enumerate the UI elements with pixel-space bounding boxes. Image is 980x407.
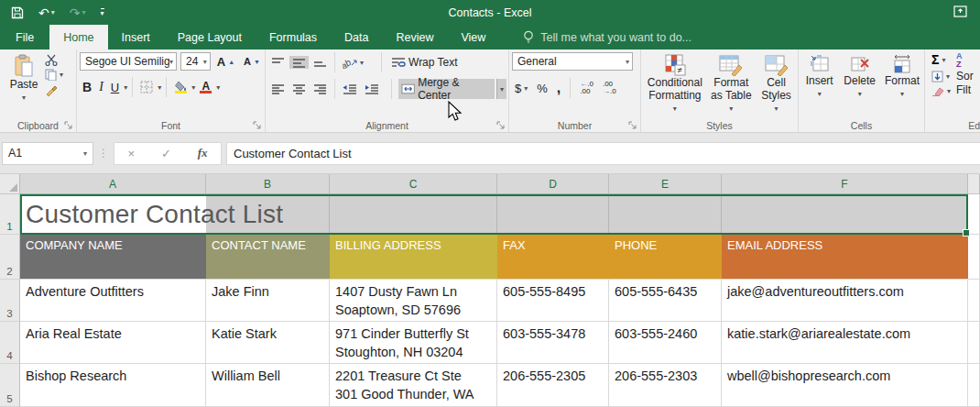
name-box[interactable]: A1 ▾: [2, 142, 93, 165]
cell-A3[interactable]: Adventure Outfitters: [20, 280, 206, 322]
decrease-decimal-button[interactable]: .00→.0: [600, 80, 619, 96]
cell-D3[interactable]: 605-555-8495: [497, 280, 609, 322]
column-header-c[interactable]: C: [330, 174, 497, 194]
cell-F2[interactable]: EMAIL ADDRESS: [722, 235, 968, 280]
bottom-align-button[interactable]: [310, 56, 330, 69]
column-header-e[interactable]: E: [609, 174, 722, 194]
undo-button[interactable]: ↶▾: [38, 6, 55, 19]
comma-style-button[interactable]: ,: [554, 79, 563, 97]
font-color-dropdown-arrow[interactable]: ▾: [216, 83, 220, 92]
cell-E1[interactable]: [609, 194, 722, 235]
font-size-combo[interactable]: 24▾: [180, 52, 211, 71]
cell-E3[interactable]: 605-555-6435: [609, 280, 722, 322]
cell-E2[interactable]: PHONE: [609, 235, 722, 280]
number-format-combo[interactable]: General▾: [512, 52, 633, 71]
clear-button[interactable]: ▾: [931, 86, 951, 96]
column-header-g-partial[interactable]: [968, 174, 980, 194]
borders-button[interactable]: [137, 80, 156, 94]
clear-dropdown-arrow[interactable]: ▾: [947, 87, 951, 95]
cell-styles-dropdown-arrow[interactable]: ▾: [774, 103, 778, 116]
middle-align-button[interactable]: [289, 56, 309, 69]
select-all-corner[interactable]: [0, 174, 20, 194]
cell-A2[interactable]: COMPANY NAME: [20, 235, 206, 280]
orientation-dropdown-arrow[interactable]: ▾: [360, 59, 364, 67]
cell-styles-button[interactable]: Cell Styles ▾: [757, 52, 796, 117]
fill-dropdown-arrow[interactable]: ▾: [946, 72, 950, 81]
cell-E5[interactable]: 206-555-2303: [609, 364, 722, 407]
cell-G2-partial[interactable]: [968, 235, 980, 280]
delete-cells-button[interactable]: Delete ▾: [841, 52, 878, 103]
italic-button[interactable]: I: [96, 79, 106, 95]
cell-C2[interactable]: BILLING ADDRESS: [330, 235, 497, 280]
column-header-b[interactable]: B: [206, 174, 330, 194]
clipboard-dialog-launcher-icon[interactable]: [64, 121, 73, 130]
underline-dropdown-arrow[interactable]: ▾: [124, 83, 127, 92]
row-header-1[interactable]: 1: [0, 194, 20, 235]
number-dialog-launcher-icon[interactable]: [628, 121, 637, 130]
format-painter-button[interactable]: [45, 83, 63, 96]
orientation-button[interactable]: ab ▾: [340, 56, 366, 70]
redo-button[interactable]: ↷▾: [70, 6, 86, 19]
cell-C3[interactable]: 1407 Dusty Fawn LnSoaptown, SD 57696: [330, 280, 497, 322]
cancel-button[interactable]: ×: [127, 147, 135, 160]
alignment-dialog-launcher-icon[interactable]: [496, 121, 506, 130]
format-cells-button[interactable]: Format ▾: [882, 52, 922, 103]
format-as-table-button[interactable]: Format as Table ▾: [706, 52, 757, 117]
align-right-button[interactable]: [310, 82, 330, 95]
cell-B5[interactable]: William Bell: [206, 364, 330, 407]
cell-F4[interactable]: katie.stark@ariarealestate.com: [722, 322, 968, 364]
increase-indent-button[interactable]: [362, 82, 382, 95]
font-name-combo[interactable]: Segoe UI Semilight▾: [80, 52, 177, 71]
cell-G3-partial[interactable]: [968, 280, 980, 322]
customize-quick-access-button[interactable]: ▾: [101, 8, 104, 17]
fill-color-button[interactable]: [171, 81, 190, 94]
cell-F5[interactable]: wbell@bishopresearch.com: [722, 364, 968, 407]
merge-center-dropdown[interactable]: ▾: [496, 79, 506, 99]
decrease-indent-button[interactable]: [340, 82, 360, 95]
font-size-dropdown-arrow[interactable]: ▾: [203, 58, 207, 66]
autosum-button[interactable]: Σ▾: [931, 52, 951, 67]
underline-button[interactable]: U: [108, 80, 122, 95]
increase-decimal-button[interactable]: ←.0.00: [577, 80, 596, 96]
sort-filter-label-line1[interactable]: Sor: [956, 70, 974, 82]
row-header-5[interactable]: 5: [0, 364, 20, 407]
cell-E4[interactable]: 603-555-2460: [609, 322, 722, 364]
tab-data[interactable]: Data: [331, 25, 382, 50]
cell-A4[interactable]: Aria Real Estate: [20, 322, 206, 364]
column-header-d[interactable]: D: [497, 174, 609, 194]
cell-D1[interactable]: [497, 194, 609, 235]
format-dropdown-arrow[interactable]: ▾: [900, 88, 904, 101]
row-header-4[interactable]: 4: [0, 322, 20, 364]
fill-color-dropdown-arrow[interactable]: ▾: [191, 83, 195, 92]
tab-file[interactable]: File: [0, 25, 49, 50]
conditional-formatting-button[interactable]: ≠ Conditional Formatting ▾: [644, 52, 706, 117]
top-align-button[interactable]: [268, 56, 288, 69]
formula-input[interactable]: Customer Contact List: [226, 142, 980, 165]
ribbon-display-options-button[interactable]: [953, 6, 967, 17]
cell-B3[interactable]: Jake Finn: [206, 280, 330, 322]
tab-review[interactable]: Review: [382, 25, 447, 50]
cell-F3[interactable]: jake@adventureoutfitters.com: [722, 280, 968, 322]
number-format-dropdown-arrow[interactable]: ▾: [626, 58, 629, 66]
font-color-button[interactable]: A: [197, 81, 214, 94]
cell-D5[interactable]: 206-555-2305: [497, 364, 609, 407]
accounting-format-button[interactable]: $▾: [512, 81, 530, 96]
tab-formulas[interactable]: Formulas: [256, 25, 331, 50]
align-center-button[interactable]: [289, 82, 309, 95]
enter-button[interactable]: ✓: [161, 147, 171, 160]
conditional-formatting-dropdown-arrow[interactable]: ▾: [673, 103, 677, 116]
name-box-dropdown-arrow[interactable]: ▾: [83, 149, 87, 158]
borders-dropdown-arrow[interactable]: ▾: [158, 83, 161, 92]
cell-C1[interactable]: [330, 194, 497, 235]
save-button[interactable]: [11, 6, 24, 19]
tab-home[interactable]: Home: [49, 25, 107, 50]
cell-C5[interactable]: 2201 Treasure Ct Ste301 Good Thunder, WA: [330, 364, 497, 407]
paste-button[interactable]: Paste ▾: [3, 52, 45, 106]
cell-F1[interactable]: [722, 194, 968, 235]
column-header-a[interactable]: A: [20, 174, 206, 194]
copy-dropdown-arrow[interactable]: ▾: [60, 71, 63, 79]
font-name-dropdown-arrow[interactable]: ▾: [169, 58, 173, 66]
cell-G5-partial[interactable]: [968, 364, 980, 407]
bold-button[interactable]: B: [80, 79, 94, 95]
delete-dropdown-arrow[interactable]: ▾: [858, 88, 862, 101]
